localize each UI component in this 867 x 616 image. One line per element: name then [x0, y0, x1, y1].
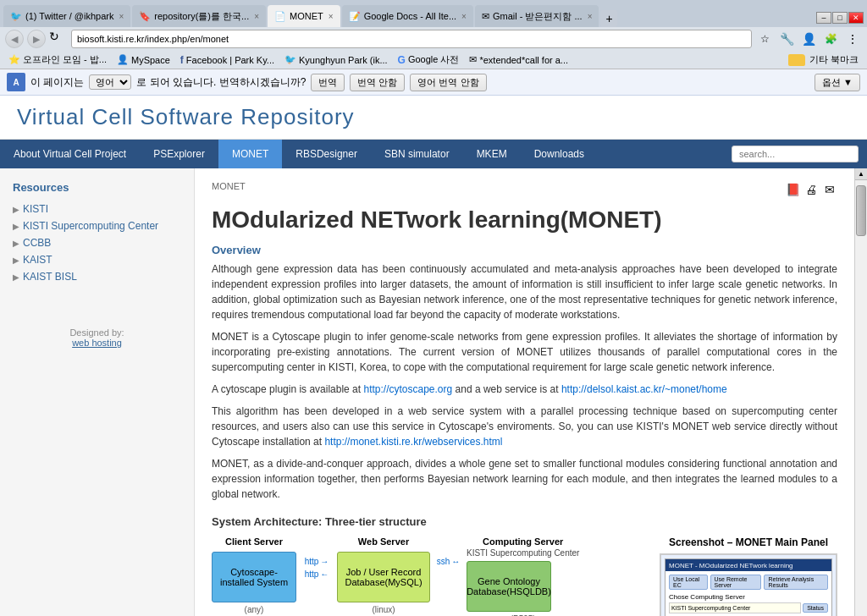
user-icon[interactable]: 👤 — [799, 30, 818, 48]
nav-about[interactable]: About Virtual Cell Project — [0, 140, 140, 168]
translation-suffix: 로 되어 있습니다. 번역하시겠습니까? — [136, 75, 306, 90]
nav-rbsdesigner[interactable]: RBSDesigner — [282, 140, 371, 168]
address-input[interactable] — [71, 30, 752, 48]
ssh-label: ssh — [437, 557, 450, 566]
web-server-box: Job / User Record Database(MySQL) — [337, 552, 430, 602]
web-server-label: Web Server — [337, 536, 430, 547]
architecture-section: System Architecture: Three-tier structur… — [212, 515, 837, 616]
pdf-icon[interactable]: 📕 — [785, 182, 800, 197]
nav-downloads[interactable]: Downloads — [521, 140, 598, 168]
bookmark-offline[interactable]: ⭐ 오프라인 모임 - 밥... — [5, 52, 110, 67]
maximize-button[interactable]: □ — [832, 12, 848, 24]
right-arrow-icon: → — [320, 557, 329, 566]
sidebar-item-ccbb[interactable]: ▶ CCBB — [13, 234, 181, 251]
tab-gmail[interactable]: ✉ Gmail - 받은편지함 ... × — [475, 5, 599, 27]
tab-close-button[interactable]: × — [588, 12, 593, 21]
sidebar-item-kaist[interactable]: ▶ KAIST — [13, 251, 181, 268]
translation-prefix: 이 페이지는 — [30, 75, 84, 90]
bookmark-myspace[interactable]: 👤 MySpace — [113, 53, 174, 66]
email-icon[interactable]: ✉ — [822, 182, 837, 197]
reload-button[interactable]: ↻ — [49, 30, 68, 48]
http-arrows: http → http ← — [300, 536, 334, 579]
screenshot-button-row: Use Local EC Use Remote Server Retrieve … — [669, 575, 828, 590]
bookmark-extended[interactable]: ✉ *extended*call for a... — [466, 53, 572, 66]
web-sub-label: (linux) — [337, 605, 430, 614]
bookmarks-folder[interactable]: 기타 북마크 — [785, 52, 862, 67]
sidebar-item-kisti-supercomputing[interactable]: ▶ KISTI Supercomputing Center — [13, 217, 181, 234]
screenshot-computing-label: Chose Computing Server — [669, 593, 828, 601]
sidebar-item-kisti[interactable]: ▶ KISTI — [13, 201, 181, 217]
tab-close-button[interactable]: × — [329, 12, 334, 21]
back-button[interactable]: ◀ — [5, 30, 24, 48]
bookmark-icon: 👤 — [117, 54, 129, 65]
cytoscape-link[interactable]: http://cytoscape.org — [363, 383, 452, 395]
folder-label: 기타 북마크 — [809, 53, 859, 66]
forward-button[interactable]: ▶ — [27, 30, 46, 48]
sidebar-item-label: CCBB — [23, 237, 51, 249]
screenshot-dropdown[interactable]: KISTI Supercomputing Center — [669, 602, 801, 613]
computing-server-subtitle: KISTI Supercomputing Center — [467, 548, 579, 558]
screenshot-content: Use Local EC Use Remote Server Retrieve … — [665, 571, 831, 616]
scrollbar[interactable]: ▲ ▼ — [854, 168, 867, 616]
close-button[interactable]: ✕ — [848, 12, 864, 24]
tab-icon: 📄 — [274, 11, 286, 22]
client-box-text: Cytoscape-installed System — [219, 567, 289, 587]
language-select[interactable]: 영어 — [89, 74, 131, 90]
nav-monet[interactable]: MONET — [218, 140, 282, 168]
tab-title: Google Docs - All Ite... — [364, 11, 456, 21]
wrench-icon[interactable]: 🔧 — [777, 30, 796, 48]
scroll-up-button[interactable]: ▲ — [855, 168, 867, 180]
translation-options-button[interactable]: 옵션 ▼ — [815, 74, 860, 91]
screenshot-title: Screenshot – MONET Main Panel — [660, 536, 837, 548]
original-language-button[interactable]: 영어 번역 안함 — [410, 74, 486, 91]
nav-sbn[interactable]: SBN simulator — [371, 140, 463, 168]
tab-repo[interactable]: 🔖 repository(를)를 한국... × — [132, 5, 266, 27]
tab-close-button[interactable]: × — [461, 12, 467, 21]
screenshot-btn3[interactable]: Retrieve Analysis Results — [764, 575, 828, 590]
new-tab-button[interactable]: + — [600, 10, 617, 27]
arrow-icon: ▶ — [13, 239, 19, 248]
computing-server-block: Computing Server KISTI Supercomputing Ce… — [467, 536, 579, 616]
minimize-button[interactable]: – — [816, 12, 831, 24]
ssh-arrow: ssh ↔ — [434, 536, 463, 566]
print-icon[interactable]: 🖨 — [803, 182, 819, 197]
tab-icon: 🔖 — [139, 11, 151, 22]
screenshot-status-btn[interactable]: Status — [803, 603, 828, 613]
nav-search-area — [732, 146, 859, 162]
page-title: MOdularized NETwork learning(MONET) — [212, 206, 837, 234]
tab-twitter[interactable]: 🐦 (1) Twitter / @ikhpark × — [3, 5, 130, 27]
bookmark-star-icon[interactable]: ☆ — [755, 30, 774, 48]
overview-paragraph-2: MONET is a Cytoscape plugin to infer gen… — [212, 329, 837, 375]
scroll-thumb[interactable] — [856, 185, 866, 236]
arrow-icon: ▶ — [13, 205, 19, 214]
bookmark-facebook[interactable]: f Facebook | Park Ky... — [177, 53, 278, 67]
no-translate-button[interactable]: 번역 안함 — [350, 74, 405, 91]
tab-close-button[interactable]: × — [119, 12, 124, 21]
sidebar-footer-hosting[interactable]: web hosting — [13, 338, 181, 348]
overview-section-title: Overview — [212, 244, 837, 256]
tab-gdocs[interactable]: 📝 Google Docs - All Ite... × — [342, 5, 473, 27]
bookmark-label: 오프라인 모임 - 밥... — [23, 53, 107, 66]
nav-psexplorer[interactable]: PSExplorer — [140, 140, 218, 168]
webservices-link[interactable]: http://monet.kisti.re.kr/webservices.htm… — [324, 436, 502, 448]
screenshot-section: Screenshot – MONET Main Panel MONET - MO… — [660, 536, 837, 616]
search-input[interactable] — [732, 146, 859, 162]
sidebar-item-kaist-bisl[interactable]: ▶ KAIST BISL — [13, 268, 181, 285]
dropdown-arrow-icon: ▼ — [843, 77, 853, 87]
translate-button[interactable]: 번역 — [311, 74, 345, 91]
tab-icon: ✉ — [482, 11, 489, 22]
translation-bar: A 이 페이지는 영어 로 되어 있습니다. 번역하시겠습니까? 번역 번역 안… — [0, 69, 867, 96]
menu-icon[interactable]: ⋮ — [843, 30, 862, 48]
tab-monet[interactable]: 📄 MONET × — [268, 5, 340, 27]
screenshot-btn1[interactable]: Use Local EC — [669, 575, 708, 590]
nav-mkem[interactable]: MKEM — [463, 140, 521, 168]
extension-icon[interactable]: 🧩 — [821, 30, 840, 48]
delsol-link[interactable]: http://delsol.kaist.ac.kr/~monet/home — [561, 383, 727, 395]
tab-close-button[interactable]: × — [254, 12, 259, 21]
bookmark-google-dict[interactable]: G Google 사전 — [395, 52, 463, 67]
screenshot-btn2[interactable]: Use Remote Server — [710, 575, 762, 590]
options-label: 옵션 — [822, 76, 841, 89]
bookmark-twitter[interactable]: 🐦 Kyunghyun Park (ik... — [281, 53, 391, 66]
bookmarks-bar: ⭐ 오프라인 모임 - 밥... 👤 MySpace f Facebook | … — [0, 51, 867, 69]
bookmark-icon: ⭐ — [8, 54, 20, 65]
